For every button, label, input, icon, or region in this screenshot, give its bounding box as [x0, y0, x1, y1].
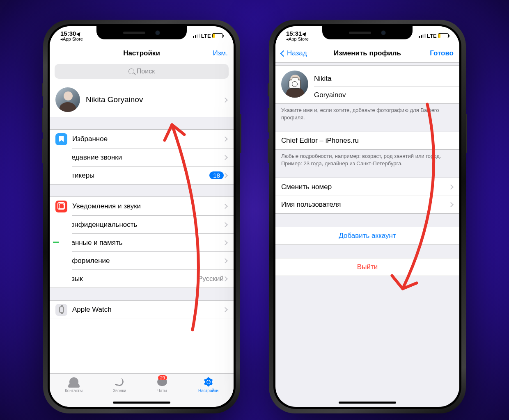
cell-data-storage[interactable]: Данные и память — [72, 233, 234, 251]
chats-badge: 29 — [158, 375, 167, 380]
search-icon — [128, 68, 134, 74]
phone-icon — [50, 151, 62, 163]
signal-icon — [193, 34, 200, 38]
signal-icon — [419, 34, 426, 38]
status-time: 15:30 — [60, 30, 76, 37]
edit-button[interactable]: Изм. — [213, 49, 228, 57]
network-label: LTE — [201, 33, 211, 39]
database-icon — [50, 237, 62, 249]
avatar-edit[interactable] — [281, 71, 308, 98]
back-to-app[interactable]: ◂ App Store — [60, 37, 83, 42]
cell-favorites[interactable]: Избранное — [50, 130, 234, 148]
location-icon — [76, 30, 83, 37]
language-value: Русский — [198, 275, 224, 283]
cell-privacy[interactable]: Конфиденциальность — [72, 215, 234, 233]
cell-change-number[interactable]: Сменить номер — [275, 178, 459, 196]
watch-icon — [55, 304, 67, 316]
cell-appearance[interactable]: Оформление — [72, 251, 234, 269]
lock-icon — [50, 219, 62, 231]
bookmark-icon — [55, 133, 67, 145]
add-account-button[interactable]: Добавить аккаунт — [275, 227, 459, 245]
camera-icon — [289, 80, 301, 89]
phone-settings: 15:30 ◂ App Store LTE Настройки Изм. Пои… — [43, 20, 240, 413]
back-to-app[interactable]: ◂ App Store — [286, 37, 309, 42]
edit-profile-header: Nikita Goryainov — [275, 65, 459, 104]
chevron-right-icon — [222, 98, 228, 103]
cell-notifications[interactable]: Уведомления и звуки — [50, 197, 234, 215]
search-input[interactable]: Поиск — [55, 64, 229, 79]
cell-apple-watch[interactable]: Apple Watch — [50, 301, 234, 319]
globe-icon — [50, 273, 62, 285]
notifications-icon — [55, 201, 67, 212]
bio-footer: Любые подробности, например: возраст, ро… — [275, 150, 459, 169]
profile-name: Nikita Goryainov — [86, 95, 143, 104]
status-time: 15:31 — [286, 30, 302, 37]
tab-contacts[interactable]: Контакты — [65, 376, 83, 407]
last-name-field[interactable]: Goryainov — [314, 87, 459, 103]
profile-row[interactable]: Nikita Goryainov — [50, 83, 234, 117]
chevron-back-icon — [280, 50, 287, 57]
back-button[interactable]: Назад — [281, 49, 307, 57]
cell-stickers[interactable]: Стикеры 18 — [72, 166, 234, 184]
cell-language[interactable]: Язык Русский — [72, 269, 234, 288]
brush-icon — [50, 255, 62, 267]
battery-icon — [212, 33, 223, 38]
name-footer: Укажите имя и, если хотите, добавьте фот… — [275, 104, 459, 123]
stickers-badge: 18 — [209, 171, 224, 179]
avatar — [55, 87, 80, 112]
location-icon — [302, 30, 309, 37]
tab-bar: Контакты Звонки 29 Чаты Настройки — [50, 373, 234, 407]
home-indicator[interactable] — [339, 402, 396, 404]
network-label: LTE — [427, 33, 437, 39]
phone-edit-profile: 15:31 ◂ App Store LTE Назад Изменить про… — [269, 20, 466, 413]
battery-icon — [438, 33, 449, 38]
done-button[interactable]: Готово — [430, 49, 454, 57]
home-indicator[interactable] — [113, 402, 170, 404]
nav-bar: Настройки Изм. — [50, 44, 234, 62]
gear-icon — [204, 377, 213, 387]
phone-icon — [115, 377, 124, 386]
bio-field[interactable]: Chief Editor – iPhones.ru — [275, 132, 459, 150]
cell-recent-calls[interactable]: Недавние звонки — [72, 148, 234, 166]
tab-settings[interactable]: Настройки — [198, 376, 218, 407]
cell-username[interactable]: Имя пользователя — [275, 196, 459, 214]
nav-title: Настройки — [50, 49, 234, 57]
nav-bar: Назад Изменить профиль Готово — [275, 44, 459, 62]
contacts-icon — [69, 377, 78, 386]
first-name-field[interactable]: Nikita — [314, 71, 459, 87]
logout-button[interactable]: Выйти — [275, 258, 459, 276]
search-placeholder: Поиск — [137, 68, 155, 75]
moon-icon — [50, 169, 62, 181]
